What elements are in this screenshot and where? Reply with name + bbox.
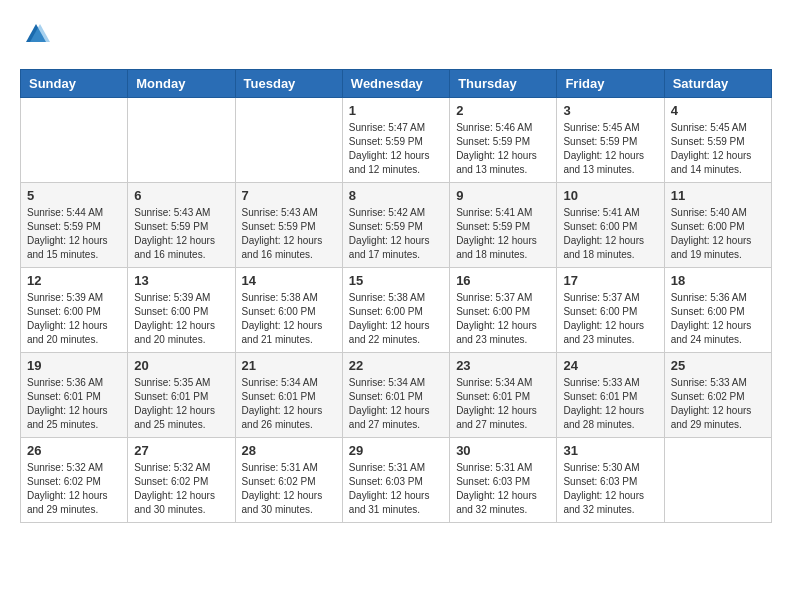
day-info: Sunrise: 5:37 AM Sunset: 6:00 PM Dayligh… (456, 291, 550, 347)
day-number: 21 (242, 358, 336, 373)
day-number: 31 (563, 443, 657, 458)
calendar-cell: 11Sunrise: 5:40 AM Sunset: 6:00 PM Dayli… (664, 183, 771, 268)
day-number: 6 (134, 188, 228, 203)
day-number: 30 (456, 443, 550, 458)
day-number: 4 (671, 103, 765, 118)
day-number: 13 (134, 273, 228, 288)
logo-icon (22, 20, 50, 48)
day-info: Sunrise: 5:36 AM Sunset: 6:01 PM Dayligh… (27, 376, 121, 432)
day-info: Sunrise: 5:30 AM Sunset: 6:03 PM Dayligh… (563, 461, 657, 517)
day-number: 12 (27, 273, 121, 288)
calendar-cell: 2Sunrise: 5:46 AM Sunset: 5:59 PM Daylig… (450, 98, 557, 183)
calendar-cell (664, 438, 771, 523)
day-number: 7 (242, 188, 336, 203)
calendar-cell: 10Sunrise: 5:41 AM Sunset: 6:00 PM Dayli… (557, 183, 664, 268)
day-info: Sunrise: 5:33 AM Sunset: 6:02 PM Dayligh… (671, 376, 765, 432)
day-number: 3 (563, 103, 657, 118)
weekday-header-sunday: Sunday (21, 70, 128, 98)
calendar-cell (128, 98, 235, 183)
calendar-cell: 3Sunrise: 5:45 AM Sunset: 5:59 PM Daylig… (557, 98, 664, 183)
calendar-cell: 24Sunrise: 5:33 AM Sunset: 6:01 PM Dayli… (557, 353, 664, 438)
day-info: Sunrise: 5:43 AM Sunset: 5:59 PM Dayligh… (134, 206, 228, 262)
day-info: Sunrise: 5:43 AM Sunset: 5:59 PM Dayligh… (242, 206, 336, 262)
day-number: 19 (27, 358, 121, 373)
day-number: 29 (349, 443, 443, 458)
calendar-table: SundayMondayTuesdayWednesdayThursdayFrid… (20, 69, 772, 523)
weekday-header-tuesday: Tuesday (235, 70, 342, 98)
day-number: 8 (349, 188, 443, 203)
calendar-cell: 23Sunrise: 5:34 AM Sunset: 6:01 PM Dayli… (450, 353, 557, 438)
day-info: Sunrise: 5:45 AM Sunset: 5:59 PM Dayligh… (671, 121, 765, 177)
day-number: 14 (242, 273, 336, 288)
calendar-cell: 1Sunrise: 5:47 AM Sunset: 5:59 PM Daylig… (342, 98, 449, 183)
calendar-week-row: 19Sunrise: 5:36 AM Sunset: 6:01 PM Dayli… (21, 353, 772, 438)
weekday-header-saturday: Saturday (664, 70, 771, 98)
day-info: Sunrise: 5:31 AM Sunset: 6:03 PM Dayligh… (349, 461, 443, 517)
calendar-week-row: 1Sunrise: 5:47 AM Sunset: 5:59 PM Daylig… (21, 98, 772, 183)
day-info: Sunrise: 5:45 AM Sunset: 5:59 PM Dayligh… (563, 121, 657, 177)
day-number: 9 (456, 188, 550, 203)
calendar-cell: 21Sunrise: 5:34 AM Sunset: 6:01 PM Dayli… (235, 353, 342, 438)
day-info: Sunrise: 5:41 AM Sunset: 6:00 PM Dayligh… (563, 206, 657, 262)
day-info: Sunrise: 5:46 AM Sunset: 5:59 PM Dayligh… (456, 121, 550, 177)
calendar-cell: 8Sunrise: 5:42 AM Sunset: 5:59 PM Daylig… (342, 183, 449, 268)
day-info: Sunrise: 5:31 AM Sunset: 6:03 PM Dayligh… (456, 461, 550, 517)
day-number: 1 (349, 103, 443, 118)
weekday-header-monday: Monday (128, 70, 235, 98)
day-info: Sunrise: 5:34 AM Sunset: 6:01 PM Dayligh… (242, 376, 336, 432)
calendar-cell: 29Sunrise: 5:31 AM Sunset: 6:03 PM Dayli… (342, 438, 449, 523)
calendar-week-row: 26Sunrise: 5:32 AM Sunset: 6:02 PM Dayli… (21, 438, 772, 523)
calendar-cell: 18Sunrise: 5:36 AM Sunset: 6:00 PM Dayli… (664, 268, 771, 353)
day-info: Sunrise: 5:32 AM Sunset: 6:02 PM Dayligh… (27, 461, 121, 517)
calendar-cell: 19Sunrise: 5:36 AM Sunset: 6:01 PM Dayli… (21, 353, 128, 438)
day-number: 24 (563, 358, 657, 373)
day-info: Sunrise: 5:41 AM Sunset: 5:59 PM Dayligh… (456, 206, 550, 262)
weekday-header-thursday: Thursday (450, 70, 557, 98)
day-number: 25 (671, 358, 765, 373)
calendar-week-row: 5Sunrise: 5:44 AM Sunset: 5:59 PM Daylig… (21, 183, 772, 268)
calendar-cell: 4Sunrise: 5:45 AM Sunset: 5:59 PM Daylig… (664, 98, 771, 183)
calendar-cell: 5Sunrise: 5:44 AM Sunset: 5:59 PM Daylig… (21, 183, 128, 268)
day-number: 10 (563, 188, 657, 203)
day-number: 16 (456, 273, 550, 288)
day-info: Sunrise: 5:33 AM Sunset: 6:01 PM Dayligh… (563, 376, 657, 432)
day-info: Sunrise: 5:36 AM Sunset: 6:00 PM Dayligh… (671, 291, 765, 347)
calendar-cell: 22Sunrise: 5:34 AM Sunset: 6:01 PM Dayli… (342, 353, 449, 438)
calendar-cell: 15Sunrise: 5:38 AM Sunset: 6:00 PM Dayli… (342, 268, 449, 353)
calendar-cell: 13Sunrise: 5:39 AM Sunset: 6:00 PM Dayli… (128, 268, 235, 353)
day-info: Sunrise: 5:34 AM Sunset: 6:01 PM Dayligh… (456, 376, 550, 432)
day-number: 26 (27, 443, 121, 458)
day-number: 11 (671, 188, 765, 203)
calendar-cell: 31Sunrise: 5:30 AM Sunset: 6:03 PM Dayli… (557, 438, 664, 523)
calendar-cell: 12Sunrise: 5:39 AM Sunset: 6:00 PM Dayli… (21, 268, 128, 353)
page-header (20, 20, 772, 53)
day-number: 23 (456, 358, 550, 373)
calendar-cell: 27Sunrise: 5:32 AM Sunset: 6:02 PM Dayli… (128, 438, 235, 523)
calendar-cell: 6Sunrise: 5:43 AM Sunset: 5:59 PM Daylig… (128, 183, 235, 268)
day-info: Sunrise: 5:38 AM Sunset: 6:00 PM Dayligh… (242, 291, 336, 347)
calendar-cell: 25Sunrise: 5:33 AM Sunset: 6:02 PM Dayli… (664, 353, 771, 438)
calendar-cell: 9Sunrise: 5:41 AM Sunset: 5:59 PM Daylig… (450, 183, 557, 268)
weekday-header-friday: Friday (557, 70, 664, 98)
day-info: Sunrise: 5:47 AM Sunset: 5:59 PM Dayligh… (349, 121, 443, 177)
day-number: 22 (349, 358, 443, 373)
day-info: Sunrise: 5:42 AM Sunset: 5:59 PM Dayligh… (349, 206, 443, 262)
day-info: Sunrise: 5:39 AM Sunset: 6:00 PM Dayligh… (27, 291, 121, 347)
day-number: 2 (456, 103, 550, 118)
calendar-cell: 30Sunrise: 5:31 AM Sunset: 6:03 PM Dayli… (450, 438, 557, 523)
weekday-header-wednesday: Wednesday (342, 70, 449, 98)
day-number: 15 (349, 273, 443, 288)
day-number: 27 (134, 443, 228, 458)
day-info: Sunrise: 5:32 AM Sunset: 6:02 PM Dayligh… (134, 461, 228, 517)
day-number: 17 (563, 273, 657, 288)
day-number: 18 (671, 273, 765, 288)
day-info: Sunrise: 5:31 AM Sunset: 6:02 PM Dayligh… (242, 461, 336, 517)
calendar-cell: 26Sunrise: 5:32 AM Sunset: 6:02 PM Dayli… (21, 438, 128, 523)
day-info: Sunrise: 5:38 AM Sunset: 6:00 PM Dayligh… (349, 291, 443, 347)
day-number: 5 (27, 188, 121, 203)
weekday-header-row: SundayMondayTuesdayWednesdayThursdayFrid… (21, 70, 772, 98)
day-number: 28 (242, 443, 336, 458)
calendar-cell: 14Sunrise: 5:38 AM Sunset: 6:00 PM Dayli… (235, 268, 342, 353)
calendar-cell: 16Sunrise: 5:37 AM Sunset: 6:00 PM Dayli… (450, 268, 557, 353)
day-info: Sunrise: 5:35 AM Sunset: 6:01 PM Dayligh… (134, 376, 228, 432)
